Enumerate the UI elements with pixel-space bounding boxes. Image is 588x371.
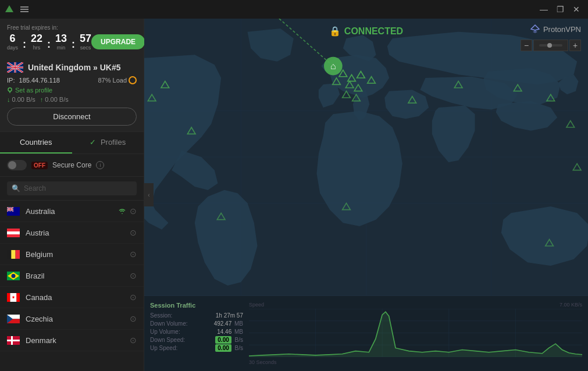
- expand-icon-brazil[interactable]: ⊙: [130, 271, 137, 280]
- protonvpn-logo-icon: [530, 24, 540, 34]
- uk-flag: [7, 62, 23, 73]
- flag-au: [7, 207, 20, 216]
- expand-icon-belgium[interactable]: ⊙: [130, 249, 137, 259]
- country-name-belgium: Belgium: [26, 250, 130, 259]
- map-panel: ‹ 🔒 CONNECTED ProtonVPN −: [144, 19, 588, 371]
- svg-rect-12: [15, 62, 16, 73]
- svg-rect-35: [7, 293, 10, 302]
- country-item-czechia[interactable]: Czechia ⊙: [0, 308, 144, 330]
- svg-marker-88: [249, 312, 582, 357]
- session-title: Session Traffic: [150, 302, 243, 309]
- connection-info: United Kingdom » UK#5 IP: 185.44.76.118 …: [0, 56, 144, 132]
- map-area: 🔒 CONNECTED ProtonVPN − +: [144, 19, 588, 295]
- svg-point-13: [8, 88, 12, 91]
- country-item-canada[interactable]: Canada ⊙: [0, 287, 144, 308]
- traffic-chart: [249, 309, 582, 357]
- country-item-austria[interactable]: Austria ⊙: [0, 222, 144, 244]
- maximize-button[interactable]: ❐: [553, 2, 567, 16]
- tab-profiles[interactable]: ✓ Profiles: [72, 132, 144, 154]
- download-speed: ↓ 0.00 B/s: [7, 96, 35, 103]
- country-name-denmark: Denmark: [26, 336, 130, 345]
- flag-br: [7, 272, 20, 280]
- zoom-out-button[interactable]: −: [521, 40, 532, 51]
- upgrade-button[interactable]: UPGRADE: [91, 34, 145, 49]
- collapse-sidebar-button[interactable]: ‹: [144, 183, 154, 206]
- trial-header: Free trial expires in: 6 days : 22 hrs :…: [0, 19, 144, 56]
- connected-status: CONNECTED: [344, 26, 403, 37]
- secure-core-row: OFF Secure Core i: [0, 154, 144, 177]
- speed-row: ↓ 0.00 B/s ↑ 0.00 B/s: [7, 96, 137, 103]
- svg-rect-27: [7, 231, 20, 234]
- search-box: 🔍: [0, 177, 144, 201]
- svg-rect-28: [7, 234, 20, 237]
- flag-country-row: United Kingdom » UK#5: [7, 62, 137, 73]
- session-row-up-speed: Up Speed: 0.00 B/s: [150, 345, 243, 351]
- ip-load-row: IP: 185.44.76.118 87% Load: [7, 76, 137, 84]
- tab-countries[interactable]: Countries: [0, 132, 72, 154]
- country-item-australia[interactable]: Australia ⊙: [0, 201, 144, 222]
- session-row-down-vol: Down Volume: 492.47 MB: [150, 320, 243, 327]
- zoom-thumb: [547, 43, 552, 48]
- minimize-button[interactable]: —: [537, 2, 551, 16]
- country-name-brazil: Brazil: [26, 272, 130, 280]
- search-input[interactable]: [24, 184, 132, 192]
- svg-rect-1: [20, 6, 28, 8]
- country-name-austria: Austria: [26, 229, 130, 237]
- country-list: Australia ⊙ Austria ⊙: [0, 201, 144, 371]
- timer-secs: 57 secs: [80, 33, 91, 51]
- svg-rect-26: [7, 229, 20, 231]
- secure-core-info-icon[interactable]: i: [96, 161, 104, 169]
- svg-rect-25: [7, 209, 13, 209]
- trial-row: 6 days : 22 hrs : 13 min : 57: [7, 33, 137, 51]
- svg-marker-45: [531, 25, 539, 30]
- country-name-canada: Canada: [26, 293, 130, 302]
- trial-timer: 6 days : 22 hrs : 13 min : 57: [7, 33, 91, 51]
- chart-labels-bottom: 30 Seconds: [249, 359, 582, 365]
- trial-label: Free trial expires in:: [7, 24, 137, 31]
- toggle-off-label: OFF: [31, 162, 48, 169]
- flag-dk: [7, 336, 20, 345]
- timer-min: 13 min: [55, 33, 67, 51]
- chart-area: Speed 7.00 KB/s: [249, 302, 582, 365]
- connected-header: 🔒 CONNECTED: [329, 26, 403, 37]
- svg-marker-0: [5, 5, 13, 12]
- expand-icon-czechia[interactable]: ⊙: [130, 314, 137, 323]
- zoom-indicator: [539, 44, 562, 47]
- app-logo-icon: [5, 5, 14, 14]
- country-item-brazil[interactable]: Brazil ⊙: [0, 265, 144, 287]
- search-inner: 🔍: [7, 181, 137, 195]
- disconnect-button[interactable]: Disconnect: [7, 108, 137, 126]
- svg-rect-2: [20, 9, 28, 10]
- expand-icon-australia[interactable]: ⊙: [130, 206, 137, 216]
- title-bar-left: [5, 5, 29, 14]
- expand-icon-denmark[interactable]: ⊙: [130, 336, 137, 345]
- protonvpn-brand: ProtonVPN: [530, 24, 581, 34]
- flag-at: [7, 229, 20, 237]
- expand-icon-canada[interactable]: ⊙: [130, 292, 137, 302]
- zoom-controls: − +: [521, 40, 581, 51]
- secure-core-toggle[interactable]: [7, 160, 27, 170]
- svg-rect-3: [20, 11, 28, 12]
- session-row-up-vol: Up Volume: 14.46 MB: [150, 329, 243, 335]
- svg-rect-30: [11, 250, 15, 259]
- set-profile-link[interactable]: Set as profile: [7, 87, 137, 94]
- country-item-belgium[interactable]: Belgium ⊙: [0, 244, 144, 265]
- session-info: Session Traffic Session: 1h 27m 57 Down …: [150, 302, 243, 365]
- session-row-down-speed: Down Speed: 0.00 B/s: [150, 337, 243, 343]
- close-button[interactable]: ✕: [569, 2, 583, 16]
- app-body: Free trial expires in: 6 days : 22 hrs :…: [0, 19, 588, 371]
- ip-label: IP: 185.44.76.118: [7, 77, 60, 84]
- connected-country: United Kingdom » UK#5: [28, 63, 120, 72]
- zoom-in-button[interactable]: +: [569, 40, 581, 51]
- session-row-duration: Session: 1h 27m 57: [150, 312, 243, 319]
- hamburger-icon[interactable]: [20, 5, 29, 14]
- tab-bar: Countries ✓ Profiles: [0, 132, 144, 154]
- svg-marker-46: [533, 30, 537, 33]
- flag-be: [7, 250, 20, 259]
- flag-cz: [7, 315, 20, 323]
- title-bar: — ❐ ✕: [0, 0, 588, 19]
- profiles-check-icon: ✓: [90, 138, 96, 147]
- expand-icon-austria[interactable]: ⊙: [130, 228, 137, 237]
- country-item-denmark[interactable]: Denmark ⊙: [0, 330, 144, 351]
- load-icon: [129, 76, 137, 84]
